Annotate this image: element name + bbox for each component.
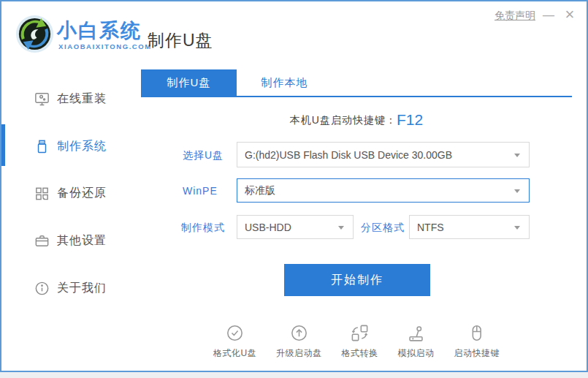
brand-domain: XIAOBAIXITONG.COM xyxy=(58,42,152,50)
tool-label: 启动快捷键 xyxy=(454,347,500,360)
boot-hotkey-line: 本机U盘启动快捷键：F12 xyxy=(141,109,572,131)
tool-upgrade-boot-disk[interactable]: 升级启动盘 xyxy=(276,323,322,360)
chevron-down-icon xyxy=(514,226,520,230)
tool-format-usb[interactable]: 格式化U盘 xyxy=(213,323,256,360)
winpe-value: 标准版 xyxy=(245,179,508,202)
partition-format-label: 分区格式 xyxy=(361,222,405,235)
arrow-up-circle-icon xyxy=(289,323,309,343)
sidebar-item-label: 在线重装 xyxy=(57,91,107,107)
usb-select-value: G:(hd2)USB Flash Disk USB Device 30.00GB xyxy=(245,143,508,167)
usb-select-label: 选择U盘 xyxy=(183,149,224,162)
tab-make-local[interactable]: 制作本地 xyxy=(237,69,332,96)
winpe-label: WinPE xyxy=(183,185,218,197)
tab-bar: 制作U盘 制作本地 xyxy=(141,69,572,97)
make-mode-value: USB-HDD xyxy=(245,216,332,238)
sidebar-item-online-reinstall[interactable]: 在线重装 xyxy=(1,84,139,115)
partition-format-value: NTFS xyxy=(417,216,508,238)
sidebar-item-label: 备份还原 xyxy=(57,186,107,201)
sidebar-item-label: 其他设置 xyxy=(57,233,107,249)
start-make-button[interactable]: 开始制作 xyxy=(284,264,430,296)
info-icon xyxy=(34,280,50,297)
tab-make-usb[interactable]: 制作U盘 xyxy=(141,69,237,96)
monitor-user-icon xyxy=(34,91,50,107)
sidebar-item-other-settings[interactable]: 其他设置 xyxy=(1,226,139,257)
app-window: 小白系统 XIAOBAIXITONG.COM 制作U盘 免责声明 — × 在线重… xyxy=(0,0,588,372)
chevron-down-icon xyxy=(514,189,520,193)
partition-format-dropdown[interactable]: NTFS xyxy=(409,215,530,239)
sidebar-item-make-system[interactable]: 制作系统 xyxy=(1,132,139,162)
tool-simulate-boot[interactable]: 模拟启动 xyxy=(398,323,435,360)
tool-boot-hotkey[interactable]: 启动快捷键 xyxy=(454,323,500,360)
app-logo-icon xyxy=(15,14,55,54)
boot-hotkey-label: 本机U盘启动快捷键： xyxy=(290,114,397,126)
page-title: 制作U盘 xyxy=(148,29,213,52)
sidebar-item-backup-restore[interactable]: 备份还原 xyxy=(1,178,139,209)
brand-name: 小白系统 xyxy=(57,18,142,44)
tool-label: 格式转换 xyxy=(342,347,378,360)
joystick-icon xyxy=(406,323,426,343)
usb-select-dropdown[interactable]: G:(hd2)USB Flash Disk USB Device 30.00GB xyxy=(237,142,530,167)
convert-icon xyxy=(350,323,370,343)
chevron-down-icon xyxy=(338,226,344,230)
winpe-dropdown[interactable]: 标准版 xyxy=(237,178,530,203)
sidebar-item-label: 制作系统 xyxy=(57,139,107,154)
sidebar-item-label: 关于我们 xyxy=(57,281,107,296)
tools-toolbar: 格式化U盘 升级启动盘 格式转换 模拟启 xyxy=(141,323,572,360)
usb-drive-icon xyxy=(34,138,50,155)
mouse-icon xyxy=(467,323,486,343)
boot-hotkey-value: F12 xyxy=(397,111,423,128)
tool-label: 升级启动盘 xyxy=(276,347,322,360)
make-mode-dropdown[interactable]: USB-HDD xyxy=(237,215,354,239)
chevron-down-icon xyxy=(514,154,520,157)
make-mode-label: 制作模式 xyxy=(181,222,225,235)
close-button[interactable]: × xyxy=(562,6,578,23)
briefcase-icon xyxy=(34,233,50,249)
disclaimer-link[interactable]: 免责声明 xyxy=(495,10,535,23)
check-circle-icon xyxy=(225,323,245,343)
tool-format-convert[interactable]: 格式转换 xyxy=(342,323,378,360)
sidebar-item-about-us[interactable]: 关于我们 xyxy=(1,273,139,304)
tool-label: 模拟启动 xyxy=(398,347,435,360)
minimize-button[interactable]: — xyxy=(541,8,556,23)
tool-label: 格式化U盘 xyxy=(213,347,256,360)
grid-icon xyxy=(34,185,50,202)
